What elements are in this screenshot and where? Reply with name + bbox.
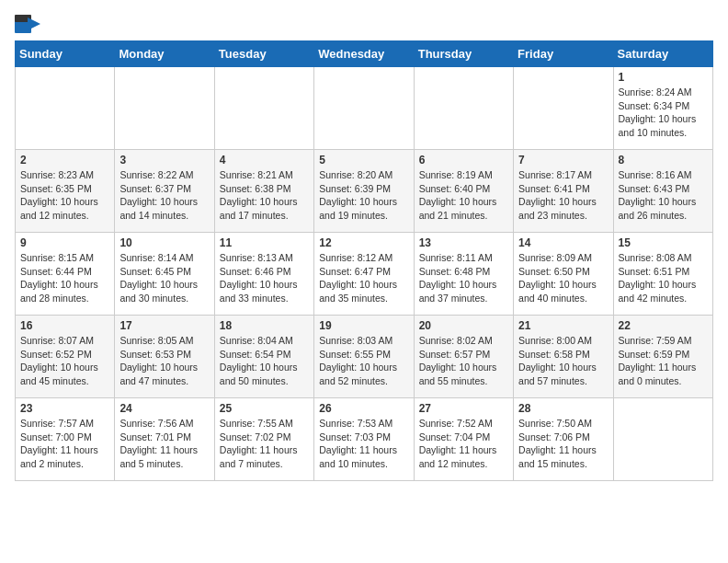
day-info: Sunrise: 8:07 AM Sunset: 6:52 PM Dayligh… xyxy=(20,334,109,388)
day-number: 10 xyxy=(119,236,209,249)
day-number: 22 xyxy=(619,319,708,332)
day-number: 23 xyxy=(20,402,109,415)
day-info: Sunrise: 8:17 AM Sunset: 6:41 PM Dayligh… xyxy=(518,168,608,223)
weekday-header-friday: Friday xyxy=(514,41,613,67)
day-number: 18 xyxy=(220,319,309,332)
calendar-cell: 5Sunrise: 8:20 AM Sunset: 6:39 PM Daylig… xyxy=(314,150,414,233)
day-number: 13 xyxy=(419,236,508,249)
calendar-cell: 8Sunrise: 8:16 AM Sunset: 6:43 PM Daylig… xyxy=(613,150,712,233)
week-row-5: 23Sunrise: 7:57 AM Sunset: 7:00 PM Dayli… xyxy=(16,398,713,481)
day-number: 4 xyxy=(220,154,309,167)
calendar-cell: 20Sunrise: 8:02 AM Sunset: 6:57 PM Dayli… xyxy=(414,316,513,398)
day-info: Sunrise: 7:53 AM Sunset: 7:03 PM Dayligh… xyxy=(319,417,408,471)
weekday-header-sunday: Sunday xyxy=(16,41,115,67)
day-info: Sunrise: 8:12 AM Sunset: 6:47 PM Dayligh… xyxy=(319,251,408,305)
calendar-cell: 10Sunrise: 8:14 AM Sunset: 6:45 PM Dayli… xyxy=(115,233,214,316)
weekday-header-tuesday: Tuesday xyxy=(214,41,313,67)
day-number: 12 xyxy=(319,236,408,249)
day-info: Sunrise: 8:09 AM Sunset: 6:50 PM Dayligh… xyxy=(518,251,608,305)
day-info: Sunrise: 8:08 AM Sunset: 6:51 PM Dayligh… xyxy=(619,251,708,305)
day-number: 8 xyxy=(619,154,708,167)
calendar-cell xyxy=(314,67,414,150)
calendar-cell: 12Sunrise: 8:12 AM Sunset: 6:47 PM Dayli… xyxy=(314,233,414,316)
week-row-3: 9Sunrise: 8:15 AM Sunset: 6:44 PM Daylig… xyxy=(16,233,713,316)
calendar-cell: 9Sunrise: 8:15 AM Sunset: 6:44 PM Daylig… xyxy=(16,233,115,316)
day-number: 1 xyxy=(619,71,708,84)
logo xyxy=(15,15,44,33)
calendar-cell: 15Sunrise: 8:08 AM Sunset: 6:51 PM Dayli… xyxy=(613,233,712,316)
calendar-cell: 28Sunrise: 7:50 AM Sunset: 7:06 PM Dayli… xyxy=(514,398,613,481)
day-info: Sunrise: 8:16 AM Sunset: 6:43 PM Dayligh… xyxy=(619,168,708,223)
calendar-cell: 23Sunrise: 7:57 AM Sunset: 7:00 PM Dayli… xyxy=(16,398,115,481)
day-info: Sunrise: 8:21 AM Sunset: 6:38 PM Dayligh… xyxy=(220,168,309,223)
calendar-cell: 3Sunrise: 8:22 AM Sunset: 6:37 PM Daylig… xyxy=(115,150,214,233)
calendar-cell xyxy=(214,67,313,150)
week-row-2: 2Sunrise: 8:23 AM Sunset: 6:35 PM Daylig… xyxy=(16,150,713,233)
calendar-cell: 14Sunrise: 8:09 AM Sunset: 6:50 PM Dayli… xyxy=(514,233,613,316)
day-number: 27 xyxy=(419,402,508,415)
day-number: 21 xyxy=(518,319,608,332)
header xyxy=(15,15,713,33)
weekday-header-thursday: Thursday xyxy=(414,41,513,67)
day-number: 17 xyxy=(119,319,209,332)
calendar-cell: 18Sunrise: 8:04 AM Sunset: 6:54 PM Dayli… xyxy=(214,316,313,398)
day-number: 26 xyxy=(319,402,408,415)
calendar-cell: 6Sunrise: 8:19 AM Sunset: 6:40 PM Daylig… xyxy=(414,150,513,233)
calendar-cell xyxy=(613,398,712,481)
calendar-cell: 26Sunrise: 7:53 AM Sunset: 7:03 PM Dayli… xyxy=(314,398,414,481)
calendar-cell: 1Sunrise: 8:24 AM Sunset: 6:34 PM Daylig… xyxy=(613,67,712,150)
day-info: Sunrise: 8:24 AM Sunset: 6:34 PM Dayligh… xyxy=(619,86,708,140)
day-number: 6 xyxy=(419,154,508,167)
day-number: 7 xyxy=(518,154,608,167)
day-info: Sunrise: 7:59 AM Sunset: 6:59 PM Dayligh… xyxy=(619,334,708,388)
calendar-cell: 19Sunrise: 8:03 AM Sunset: 6:55 PM Dayli… xyxy=(314,316,414,398)
calendar-cell: 21Sunrise: 8:00 AM Sunset: 6:58 PM Dayli… xyxy=(514,316,613,398)
day-info: Sunrise: 8:20 AM Sunset: 6:39 PM Dayligh… xyxy=(319,168,408,223)
day-number: 15 xyxy=(619,236,708,249)
day-info: Sunrise: 8:15 AM Sunset: 6:44 PM Dayligh… xyxy=(20,251,109,305)
day-info: Sunrise: 7:55 AM Sunset: 7:02 PM Dayligh… xyxy=(220,417,309,471)
day-info: Sunrise: 8:02 AM Sunset: 6:57 PM Dayligh… xyxy=(419,334,508,388)
day-info: Sunrise: 7:57 AM Sunset: 7:00 PM Dayligh… xyxy=(20,417,109,471)
day-number: 3 xyxy=(119,154,209,167)
week-row-4: 16Sunrise: 8:07 AM Sunset: 6:52 PM Dayli… xyxy=(16,316,713,398)
day-number: 14 xyxy=(518,236,608,249)
day-number: 19 xyxy=(319,319,408,332)
day-info: Sunrise: 8:11 AM Sunset: 6:48 PM Dayligh… xyxy=(419,251,508,305)
day-info: Sunrise: 8:19 AM Sunset: 6:40 PM Dayligh… xyxy=(419,168,508,223)
logo-icon xyxy=(15,15,40,33)
calendar-cell xyxy=(414,67,513,150)
calendar-cell: 2Sunrise: 8:23 AM Sunset: 6:35 PM Daylig… xyxy=(16,150,115,233)
day-info: Sunrise: 8:05 AM Sunset: 6:53 PM Dayligh… xyxy=(119,334,209,388)
calendar-cell xyxy=(115,67,214,150)
calendar-cell xyxy=(16,67,115,150)
day-info: Sunrise: 8:13 AM Sunset: 6:46 PM Dayligh… xyxy=(220,251,309,305)
calendar-cell: 11Sunrise: 8:13 AM Sunset: 6:46 PM Dayli… xyxy=(214,233,313,316)
day-number: 11 xyxy=(220,236,309,249)
day-number: 5 xyxy=(319,154,408,167)
calendar-cell: 4Sunrise: 8:21 AM Sunset: 6:38 PM Daylig… xyxy=(214,150,313,233)
calendar-cell: 13Sunrise: 8:11 AM Sunset: 6:48 PM Dayli… xyxy=(414,233,513,316)
day-info: Sunrise: 7:50 AM Sunset: 7:06 PM Dayligh… xyxy=(518,417,608,471)
calendar-table: SundayMondayTuesdayWednesdayThursdayFrid… xyxy=(15,40,713,481)
day-info: Sunrise: 8:04 AM Sunset: 6:54 PM Dayligh… xyxy=(220,334,309,388)
weekday-header-wednesday: Wednesday xyxy=(314,41,414,67)
calendar-cell xyxy=(514,67,613,150)
calendar-cell: 25Sunrise: 7:55 AM Sunset: 7:02 PM Dayli… xyxy=(214,398,313,481)
weekday-header-monday: Monday xyxy=(115,41,214,67)
calendar-cell: 27Sunrise: 7:52 AM Sunset: 7:04 PM Dayli… xyxy=(414,398,513,481)
week-row-1: 1Sunrise: 8:24 AM Sunset: 6:34 PM Daylig… xyxy=(16,67,713,150)
calendar-cell: 22Sunrise: 7:59 AM Sunset: 6:59 PM Dayli… xyxy=(613,316,712,398)
day-number: 28 xyxy=(518,402,608,415)
day-info: Sunrise: 8:14 AM Sunset: 6:45 PM Dayligh… xyxy=(119,251,209,305)
calendar-cell: 7Sunrise: 8:17 AM Sunset: 6:41 PM Daylig… xyxy=(514,150,613,233)
day-number: 20 xyxy=(419,319,508,332)
calendar-cell: 17Sunrise: 8:05 AM Sunset: 6:53 PM Dayli… xyxy=(115,316,214,398)
day-number: 25 xyxy=(220,402,309,415)
day-number: 24 xyxy=(119,402,209,415)
day-info: Sunrise: 7:52 AM Sunset: 7:04 PM Dayligh… xyxy=(419,417,508,471)
calendar-cell: 24Sunrise: 7:56 AM Sunset: 7:01 PM Dayli… xyxy=(115,398,214,481)
day-info: Sunrise: 8:22 AM Sunset: 6:37 PM Dayligh… xyxy=(119,168,209,223)
weekday-header-row: SundayMondayTuesdayWednesdayThursdayFrid… xyxy=(16,41,713,67)
calendar-cell: 16Sunrise: 8:07 AM Sunset: 6:52 PM Dayli… xyxy=(16,316,115,398)
